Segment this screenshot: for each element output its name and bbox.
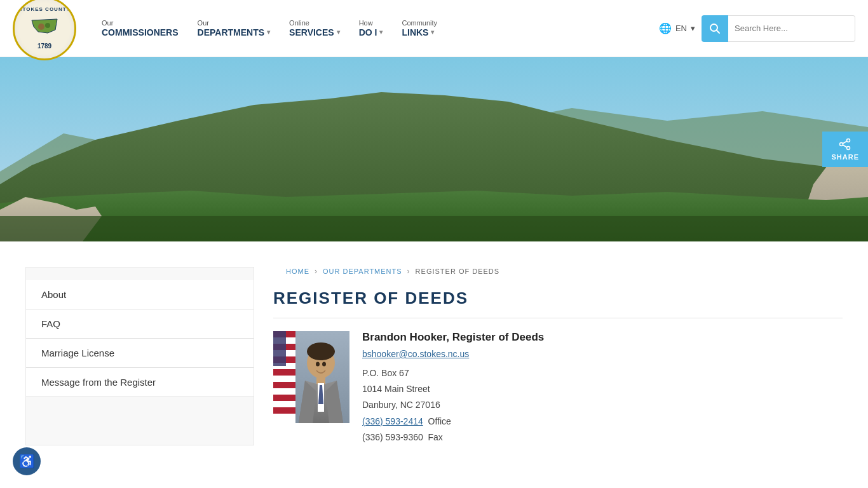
- svg-rect-32: [273, 331, 286, 366]
- accessibility-icon: ♿: [19, 454, 35, 469]
- sidebar-item-marriage-license[interactable]: Marriage License: [26, 339, 254, 368]
- svg-line-15: [843, 141, 847, 144]
- logo-circle: STOKES COUNTY 1789: [13, 0, 76, 60]
- contact-email[interactable]: bshooker@co.stokes.nc.us: [362, 349, 843, 359]
- contact-photo-svg: [273, 331, 349, 423]
- contact-info: Brandon Hooker, Register of Deeds bshook…: [362, 331, 843, 445]
- nav-how-do-i[interactable]: How DO I ▾: [359, 19, 383, 38]
- contact-address: P.O. Box 67 1014 Main Street Danbury, NC…: [362, 365, 843, 445]
- svg-point-34: [307, 342, 335, 360]
- street-address: 1014 Main Street: [362, 384, 430, 394]
- sidebar-item-faq[interactable]: FAQ: [26, 309, 254, 339]
- language-label: EN: [675, 24, 687, 33]
- nav-departments[interactable]: Our DEPARTMENTS ▾: [198, 19, 271, 38]
- hero-banner: SHARE: [0, 57, 868, 241]
- logo[interactable]: STOKES COUNTY 1789: [13, 0, 89, 60]
- svg-point-12: [847, 139, 850, 142]
- phone-label: Office: [428, 416, 451, 426]
- breadcrumb: HOME › OUR DEPARTMENTS › REGISTER OF DEE…: [286, 267, 843, 276]
- svg-rect-27: [273, 388, 295, 395]
- contact-card: Brandon Hooker, Register of Deeds bshook…: [273, 331, 843, 445]
- po-box: P.O. Box 67: [362, 368, 409, 378]
- content-area: About FAQ Marriage License Message from …: [0, 241, 868, 471]
- share-label: SHARE: [831, 153, 859, 161]
- contact-phone[interactable]: (336) 593-2414: [362, 416, 423, 426]
- search-input[interactable]: [728, 15, 855, 42]
- search-button[interactable]: [702, 15, 728, 42]
- svg-point-13: [847, 147, 850, 150]
- sidebar-item-about[interactable]: About: [26, 280, 254, 309]
- hero-landscape-svg: [0, 57, 868, 241]
- nav-community-links[interactable]: Community LINKS ▾: [402, 19, 437, 38]
- accessibility-button[interactable]: ♿: [13, 447, 41, 471]
- svg-rect-29: [273, 401, 295, 407]
- svg-marker-0: [32, 19, 57, 33]
- svg-line-16: [843, 145, 847, 147]
- language-selector[interactable]: 🌐 EN ▾: [659, 22, 695, 34]
- svg-rect-30: [273, 407, 295, 414]
- sidebar-item-message[interactable]: Message from the Register: [26, 368, 254, 397]
- breadcrumb-home[interactable]: HOME: [286, 268, 309, 275]
- globe-icon: 🌐: [659, 22, 672, 34]
- nav-commissioners[interactable]: Our COMMISSIONERS: [102, 19, 179, 38]
- svg-rect-25: [273, 376, 295, 382]
- sidebar: About FAQ Marriage License Message from …: [25, 267, 254, 445]
- city-state: Danbury, NC 27016: [362, 400, 440, 410]
- header-right: 🌐 EN ▾: [659, 15, 855, 42]
- svg-point-41: [316, 362, 320, 367]
- share-button[interactable]: SHARE: [822, 132, 868, 167]
- svg-rect-28: [273, 395, 295, 401]
- svg-point-1: [38, 24, 44, 30]
- search-bar: [702, 15, 855, 42]
- svg-point-42: [322, 362, 326, 367]
- fax-label: Fax: [428, 432, 443, 442]
- search-icon: [709, 23, 721, 34]
- breadcrumb-current: REGISTER OF DEEDS: [416, 268, 500, 275]
- svg-line-4: [717, 30, 720, 33]
- svg-point-2: [45, 23, 50, 28]
- nav-services[interactable]: Online SERVICES ▾: [289, 19, 340, 38]
- breadcrumb-sep-2: ›: [407, 267, 410, 276]
- svg-rect-26: [273, 382, 295, 388]
- main-nav: Our COMMISSIONERS Our DEPARTMENTS ▾ Onli…: [102, 19, 659, 38]
- contact-photo: [273, 331, 349, 423]
- svg-rect-31: [273, 414, 295, 423]
- logo-year: 1789: [18, 43, 71, 50]
- site-header: STOKES COUNTY 1789 Our COMMISSIONERS: [0, 0, 868, 57]
- fax-number: (336) 593-9360: [362, 432, 423, 442]
- lang-arrow: ▾: [691, 24, 695, 33]
- breadcrumb-sep-1: ›: [315, 267, 318, 276]
- svg-rect-11: [0, 216, 868, 241]
- main-content: HOME › OUR DEPARTMENTS › REGISTER OF DEE…: [273, 267, 843, 445]
- breadcrumb-departments[interactable]: OUR DEPARTMENTS: [323, 268, 402, 275]
- svg-rect-24: [273, 369, 295, 376]
- page-title: REGISTER OF DEEDS: [273, 288, 843, 318]
- contact-name: Brandon Hooker, Register of Deeds: [362, 331, 843, 344]
- share-icon: [839, 138, 851, 151]
- svg-point-14: [840, 143, 843, 146]
